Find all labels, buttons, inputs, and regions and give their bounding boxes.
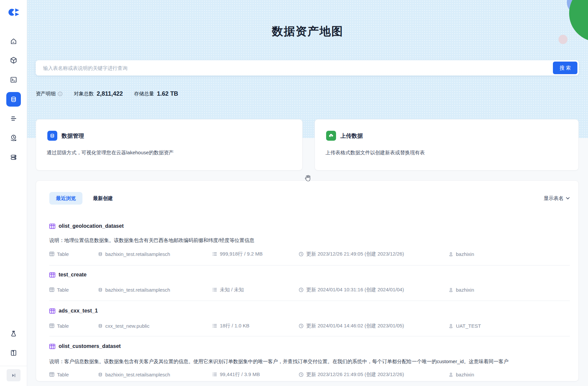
row-count-icon (212, 287, 217, 292)
table-row[interactable]: olist_customers_dataset 说明：客户信息数据集。该数据集包… (49, 342, 570, 379)
row-divider (49, 301, 570, 301)
asset-detail-label: 资产明细 (36, 91, 56, 97)
table-grid-icon (49, 308, 55, 314)
table-updated-time: 更新 2024/01/04 14:46:02 (创建 2023/01/05) (306, 323, 404, 329)
collapse-expand-icon (11, 372, 17, 378)
table-owner: UAT_TEST (456, 323, 481, 329)
list-bars-icon (10, 115, 18, 122)
sidebar-item-sql-console[interactable] (6, 72, 21, 87)
search-button[interactable]: 搜 索 (553, 62, 577, 74)
table-type: Table (57, 287, 69, 293)
user-icon (449, 372, 453, 377)
sidebar-item-home[interactable] (6, 34, 21, 49)
clock-icon (299, 323, 304, 328)
table-type-icon (49, 252, 54, 256)
tab-recently-created[interactable]: 最新创建 (93, 195, 113, 202)
data-manage-description: 通过层级方式，可视化管理您在云器lakehouse的数据资产 (47, 150, 173, 156)
table-owner: bazhixin (456, 287, 474, 293)
sidebar-item-docs[interactable] (6, 346, 21, 360)
tab-recently-viewed[interactable]: 最近浏览 (49, 192, 82, 205)
row-count-icon (212, 372, 217, 377)
table-schema: bazhixin_test.retailsamplesch (105, 251, 170, 257)
table-size: 未知 / 未知 (220, 287, 244, 293)
sidebar-collapse-button[interactable] (7, 369, 21, 381)
flask-icon (10, 330, 18, 338)
sidebar-item-catalog[interactable] (6, 53, 21, 68)
sidebar-item-job-history[interactable] (6, 130, 21, 145)
book-icon (10, 349, 18, 357)
data-manage-title: 数据管理 (62, 132, 84, 140)
storage-total-label: 存储总量 (134, 91, 154, 97)
user-icon (449, 323, 453, 328)
table-name[interactable]: olist_customers_dataset (59, 343, 121, 349)
table-type-icon (49, 323, 54, 328)
upload-data-card[interactable]: 上传数据 上传表格式数据文件以创建新表或替换现有表 (315, 119, 579, 170)
search-input[interactable] (36, 60, 553, 75)
row-divider (49, 336, 570, 336)
table-grid-icon (49, 344, 55, 349)
table-type: Table (57, 251, 69, 257)
row-divider (49, 265, 570, 265)
terminal-icon (10, 76, 18, 84)
asset-stats-row: 资产明细 对象总数 2,811,422 存储总量 1.62 TB (36, 89, 178, 98)
table-schema: bazhixin_test.retailsamplesch (105, 372, 170, 377)
data-manage-card[interactable]: 数据管理 通过层级方式，可视化管理您在云器lakehouse的数据资产 (36, 119, 303, 170)
page-title: 数据资产地图 (27, 24, 588, 39)
chevron-down-icon (566, 197, 570, 200)
upload-data-description: 上传表格式数据文件以创建新表或替换现有表 (325, 150, 425, 156)
table-description: 说明：地理位置信息数据集。该数据集包含有关巴西各地邮政编码前缀和纬度/经度等位置… (49, 236, 570, 245)
app-logo[interactable] (0, 8, 27, 17)
table-size: 99,441行 / 3.9 MB (220, 371, 260, 378)
user-icon (449, 287, 453, 292)
logo-icon (7, 8, 20, 17)
recent-tables-panel: 最近浏览 最新创建 显示表名 olist_geolocation_dataset… (36, 180, 579, 381)
table-name[interactable]: ads_cxx_test_1 (59, 308, 98, 314)
table-grid-icon (49, 272, 55, 278)
display-mode-select[interactable]: 显示表名 (544, 195, 570, 202)
table-name[interactable]: test_create (59, 272, 87, 278)
table-size: 999,918行 / 9.2 MB (220, 251, 263, 257)
sidebar-item-data-assets[interactable] (6, 92, 21, 107)
row-count-icon (212, 323, 217, 328)
table-updated-time: 更新 2023/12/26 21:49:05 (创建 2023/12/26) (306, 371, 404, 378)
table-row[interactable]: olist_geolocation_dataset 说明：地理位置信息数据集。该… (49, 222, 570, 265)
table-updated-time: 更新 2024/01/04 10:31:16 (创建 2024/01/04) (306, 287, 404, 293)
table-type: Table (57, 372, 69, 377)
table-type: Table (57, 323, 69, 329)
table-name[interactable]: olist_geolocation_dataset (59, 223, 124, 229)
table-owner: bazhixin (456, 251, 474, 257)
history-sync-icon (10, 134, 18, 142)
upload-data-icon (326, 131, 336, 141)
toggles-icon (10, 153, 18, 161)
database-icon (10, 95, 18, 103)
table-schema: cxx_test_new.public (105, 323, 149, 329)
search-bar: 搜 索 (36, 60, 579, 75)
table-row[interactable]: test_create Table bazhixin_test.retailsa… (49, 270, 570, 301)
clock-icon (299, 372, 304, 377)
table-row[interactable]: ads_cxx_test_1 Table cxx_test_new.public (49, 307, 570, 336)
clock-icon (299, 287, 304, 292)
sidebar (0, 0, 27, 386)
table-owner: bazhixin (456, 372, 474, 377)
table-type-icon (49, 372, 54, 377)
sidebar-item-lab[interactable] (6, 326, 21, 341)
home-icon (10, 37, 18, 45)
sidebar-item-tasks[interactable] (6, 111, 21, 126)
table-updated-time: 更新 2023/12/26 21:49:05 (创建 2023/12/26) (306, 251, 404, 257)
object-count-label: 对象总数 (74, 91, 94, 97)
display-mode-label: 显示表名 (544, 195, 564, 202)
upload-data-title: 上传数据 (340, 132, 363, 140)
sidebar-item-compute[interactable] (6, 150, 21, 165)
schema-icon (98, 252, 103, 257)
schema-icon (98, 372, 103, 377)
info-icon[interactable] (58, 91, 63, 96)
schema-icon (98, 287, 103, 292)
table-type-icon (49, 287, 54, 292)
table-grid-icon (49, 223, 55, 229)
sidebar-footer-divider (0, 366, 27, 366)
table-description: 说明：客户信息数据集。该数据集包含有关客户及其位置的信息。使用它来识别订单数据集… (49, 357, 570, 366)
table-schema: bazhixin_test.retailsamplesch (105, 287, 170, 293)
storage-total-value: 1.62 TB (157, 90, 178, 97)
table-size: 18行 / 1.0 KB (220, 323, 249, 329)
list-tabs: 最近浏览 最新创建 显示表名 (49, 192, 570, 205)
